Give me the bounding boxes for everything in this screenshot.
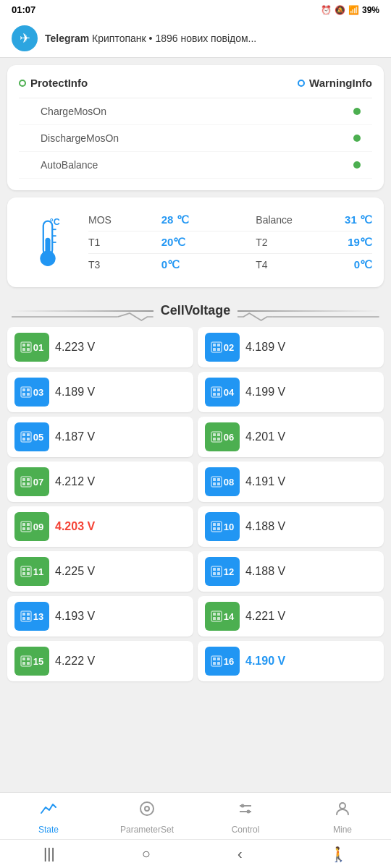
android-accessibility-btn[interactable]: 🚶 [329,846,348,863]
cell-badge-06: 06 [205,422,240,451]
svg-rect-34 [211,432,222,442]
svg-rect-42 [22,482,25,485]
svg-rect-59 [21,566,31,576]
state-icon [40,800,57,822]
svg-rect-61 [27,568,30,571]
svg-rect-67 [213,572,216,575]
telegram-bar[interactable]: ✈ Telegram Криптопанк • 1896 нових повід… [0,20,391,58]
cell-badge-07: 07 [14,467,49,496]
state-label: State [38,825,59,835]
svg-rect-53 [27,527,30,530]
svg-rect-88 [217,662,220,665]
svg-rect-40 [22,478,25,481]
cell-badge-04: 04 [205,378,240,407]
android-back-btn[interactable]: ‹ [237,846,243,862]
svg-rect-49 [21,522,31,532]
protect-warning-card: ProtectInfo WarningInfo ChargeMosOn Disc… [7,65,384,190]
svg-rect-84 [211,656,222,666]
svg-point-94 [247,810,251,814]
svg-rect-18 [217,348,220,351]
alarm-icon: ⏰ [321,5,332,15]
svg-rect-11 [27,344,30,346]
cell-item-12: 124.188 V [198,551,384,592]
cell-voltage-label: CellVoltage [161,303,231,318]
status-row-autobalance: AutoBalance [19,152,372,179]
svg-rect-24 [211,387,222,397]
svg-rect-14 [211,342,222,352]
t3-value: 0℃ [161,258,219,271]
wifi-icon: 📶 [348,5,359,15]
cell-voltage-14: 4.221 V [245,610,285,623]
cell-item-07: 074.212 V [7,461,193,502]
svg-rect-71 [27,613,30,616]
cell-badge-16: 16 [205,647,240,676]
svg-rect-43 [27,482,30,485]
cell-badge-15: 15 [14,647,49,676]
cell-voltage-10: 4.188 V [245,520,285,533]
warning-info-label: WarningInfo [309,77,372,89]
svg-point-3 [40,251,55,266]
control-label: Control [232,825,260,835]
autobalance-label: AutoBalance [41,159,98,171]
android-home-btn[interactable]: ○ [142,846,151,862]
temp-grid: MOS 28 ℃ Balance 31 ℃ T1 20℃ T2 19℃ T3 0… [88,209,372,276]
mine-icon [334,800,351,822]
cell-item-13: 134.193 V [7,596,193,637]
cell-voltage-12: 4.188 V [245,565,285,578]
svg-rect-29 [21,432,31,442]
svg-rect-55 [213,523,216,526]
temperature-card: °C MOS 28 ℃ Balance 31 ℃ T1 20℃ T2 19℃ T [7,197,384,287]
t2-label: T2 [256,237,292,248]
cell-item-04: 044.199 V [198,372,384,412]
temp-row-t3t4: T3 0℃ T4 0℃ [88,254,372,276]
cell-badge-09: 09 [14,512,49,541]
t1-label: T1 [88,237,125,248]
svg-rect-48 [217,482,220,485]
svg-rect-36 [217,433,220,436]
svg-rect-74 [211,611,222,621]
t2-value: 19℃ [329,236,372,249]
protect-info-label: ProtectInfo [30,77,88,89]
svg-rect-28 [217,393,220,396]
mos-value: 28 ℃ [161,213,219,226]
cell-voltage-06: 4.201 V [245,430,285,443]
dischargemosOn-label: DischargeMosOn [41,132,119,144]
cell-voltage-15: 4.222 V [55,655,95,668]
temp-row-mos: MOS 28 ℃ Balance 31 ℃ [88,209,372,231]
status-rows: ChargeMosOn DischargeMosOn AutoBalance [19,98,372,179]
cell-item-11: 114.225 V [7,551,193,592]
svg-rect-41 [27,478,30,481]
nav-parameterset[interactable]: ParameterSet [120,800,174,835]
nav-mine[interactable]: Mine [317,800,368,835]
cell-badge-13: 13 [14,602,49,631]
svg-rect-56 [217,523,220,526]
parameterset-label: ParameterSet [120,825,174,835]
svg-rect-65 [213,568,216,571]
divider-left [12,310,154,312]
nav-state[interactable]: State [23,800,74,835]
balance-value: 31 ℃ [329,213,372,226]
svg-rect-19 [21,387,31,397]
cell-item-02: 024.189 V [198,327,384,367]
svg-rect-78 [217,617,220,620]
svg-rect-85 [213,658,216,660]
svg-rect-54 [211,522,222,532]
svg-point-95 [340,803,345,809]
svg-rect-10 [22,344,25,346]
svg-point-90 [145,807,149,811]
dischargemosOn-dot [353,135,361,142]
android-menu-btn[interactable]: ||| [43,846,55,862]
nav-control[interactable]: Control [220,800,271,835]
svg-rect-82 [22,662,25,665]
svg-rect-57 [213,527,216,530]
android-nav: ||| ○ ‹ 🚶 [0,839,391,868]
cell-voltage-11: 4.225 V [55,565,95,578]
balance-label: Balance [256,214,292,226]
protect-dot [19,80,26,87]
cell-item-10: 104.188 V [198,506,384,547]
svg-rect-31 [27,433,30,436]
svg-rect-26 [217,388,220,391]
svg-rect-50 [22,523,25,526]
svg-rect-17 [213,348,216,351]
svg-rect-23 [27,393,30,396]
